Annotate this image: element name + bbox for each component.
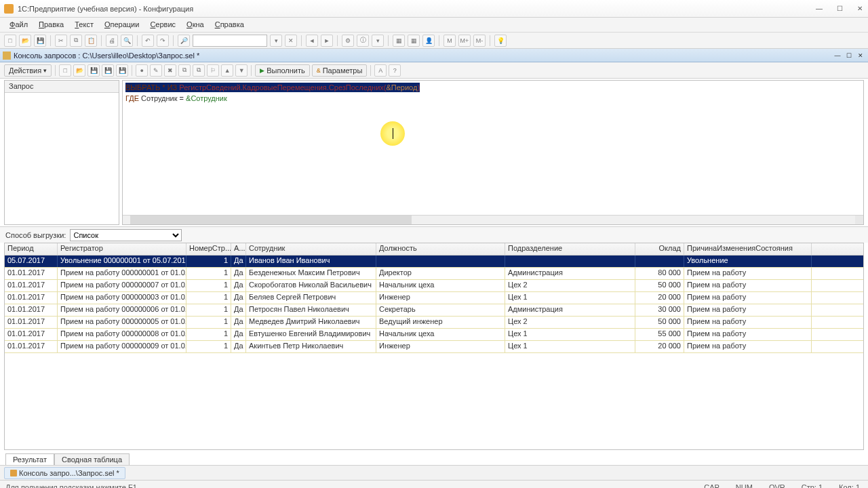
dot-icon[interactable]: ● (136, 64, 148, 77)
up-icon[interactable]: ▲ (221, 64, 233, 77)
params-button[interactable]: &Параметры (312, 64, 368, 77)
content-area: Запрос ВЫБРАТЬ * ИЗ РегистрСведений.Кадр… (0, 79, 868, 226)
task-button[interactable]: Консоль запро...\Запрос.sel * (4, 467, 125, 479)
m-icon[interactable]: M (443, 35, 456, 47)
calendar-icon[interactable]: ▦ (408, 35, 420, 47)
document-header: Консоль запросов : C:\Users\illeo\Deskto… (0, 49, 868, 62)
editor-register: РегистрСведений.КадровыеПеремещения.Срез… (177, 83, 386, 92)
mminus-icon[interactable]: M- (473, 35, 486, 47)
table-row[interactable]: 01.01.2017Прием на работу 000000008 от 0… (5, 329, 863, 341)
col-period[interactable]: Период (5, 243, 58, 255)
col-department[interactable]: Подразделение (505, 243, 635, 255)
find-icon[interactable]: 🔎 (178, 35, 190, 47)
menu-service[interactable]: Сервис (146, 19, 180, 30)
edit-icon[interactable]: ✎ (150, 64, 162, 77)
new-doc-icon[interactable]: □ (4, 35, 16, 47)
table-row[interactable]: 05.07.2017Увольнение 000000001 от 05.07.… (5, 256, 863, 268)
doc-close-button[interactable]: ✕ (856, 51, 865, 60)
table-row[interactable]: 01.01.2017Прием на работу 000000005 от 0… (5, 317, 863, 329)
saveall-icon[interactable]: 💾 (116, 64, 128, 77)
doc-title: Консоль запросов : C:\Users\illeo\Deskto… (14, 52, 833, 60)
grid-header: Период Регистратор НомерСтр... А... Сотр… (5, 243, 863, 256)
titlebar: 1С:Предприятие (учебная версия) - Конфиг… (0, 0, 868, 18)
menu-windows[interactable]: Окна (182, 19, 208, 30)
col-salary[interactable]: Оклад (635, 243, 684, 255)
print-icon[interactable]: 🖨 (106, 35, 118, 47)
info-icon[interactable]: ⓘ (357, 35, 369, 47)
table-row[interactable]: 01.01.2017Прием на работу 000000001 от 0… (5, 268, 863, 280)
status-line: Стр: 1 (799, 483, 825, 489)
down-icon[interactable]: ▼ (235, 64, 248, 77)
col-employee[interactable]: Сотрудник (246, 243, 376, 255)
output-label: Способ выгрузки: (5, 231, 66, 239)
status-num: NUM (733, 483, 755, 489)
dropdown2-icon[interactable]: ▾ (372, 35, 384, 47)
calc-icon[interactable]: ▦ (393, 35, 405, 47)
clear-icon[interactable]: ✕ (285, 35, 297, 47)
window-title: 1С:Предприятие (учебная версия) - Конфиг… (18, 5, 815, 13)
editor-scrollbar[interactable] (123, 215, 863, 224)
grid-body[interactable]: 05.07.2017Увольнение 000000001 от 05.07.… (5, 256, 863, 353)
col-position[interactable]: Должность (376, 243, 505, 255)
actions-button[interactable]: Действия▾ (4, 64, 52, 77)
open-icon[interactable]: 📂 (19, 35, 31, 47)
col-active[interactable]: А... (231, 243, 246, 255)
result-tabs: Результат Сводная таблица (0, 450, 868, 465)
format-icon[interactable]: A (374, 64, 387, 77)
copy-q-icon[interactable]: ⧉ (178, 64, 191, 77)
help-icon[interactable]: ? (389, 64, 401, 77)
minimize-button[interactable]: — (815, 5, 823, 13)
paste-q-icon[interactable]: ⧉ (193, 64, 205, 77)
delete-icon[interactable]: ✖ (164, 64, 176, 77)
col-registrar[interactable]: Регистратор (58, 243, 186, 255)
open-query-icon[interactable]: 📂 (73, 64, 85, 77)
tab-result[interactable]: Результат (5, 453, 54, 465)
statusbar: Для получения подсказки нажмите F1 CAP N… (0, 480, 868, 488)
table-row[interactable]: 01.01.2017Прием на работу 000000003 от 0… (5, 292, 863, 304)
query-tree[interactable]: Запрос (4, 80, 119, 225)
results-grid[interactable]: Период Регистратор НомерСтр... А... Сотр… (4, 243, 864, 450)
redo-icon[interactable]: ↷ (157, 35, 169, 47)
saveas-icon[interactable]: 💾 (102, 64, 114, 77)
nav-fwd-icon[interactable]: ► (321, 35, 333, 47)
maximize-button[interactable]: ☐ (835, 5, 844, 13)
user-icon[interactable]: 👤 (422, 35, 435, 47)
close-button[interactable]: ✕ (856, 5, 864, 13)
output-mode-select[interactable]: Список (70, 229, 182, 241)
editor-keyword: ВЫБРАТЬ * ИЗ (125, 83, 177, 92)
menu-edit[interactable]: Правка (35, 19, 68, 30)
menu-file[interactable]: Файл (5, 19, 32, 30)
table-row[interactable]: 01.01.2017Прием на работу 000000006 от 0… (5, 304, 863, 317)
menubar: Файл Правка Текст Операции Сервис Окна С… (0, 18, 868, 33)
search-input[interactable] (193, 35, 267, 47)
preview-icon[interactable]: 🔍 (121, 35, 133, 47)
save-query-icon[interactable]: 💾 (87, 64, 100, 77)
cut-icon[interactable]: ✂ (55, 35, 67, 47)
tab-pivot[interactable]: Сводная таблица (54, 453, 130, 465)
dropdown-icon[interactable]: ▾ (270, 35, 282, 47)
query-editor[interactable]: ВЫБРАТЬ * ИЗ РегистрСведений.КадровыеПер… (122, 80, 864, 225)
wizard-icon[interactable]: ⚐ (207, 64, 219, 77)
doc-minimize-button[interactable]: — (833, 51, 842, 60)
save-icon[interactable]: 💾 (34, 35, 46, 47)
config-icon[interactable]: ⚙ (342, 35, 354, 47)
new-query-icon[interactable]: □ (59, 64, 71, 77)
table-row[interactable]: 01.01.2017Прием на работу 000000009 от 0… (5, 341, 863, 353)
run-button[interactable]: ▶Выполнить (255, 64, 309, 77)
col-rownum[interactable]: НомерСтр... (186, 243, 231, 255)
bulb-icon[interactable]: 💡 (494, 35, 507, 47)
menu-text[interactable]: Текст (71, 19, 98, 30)
menu-operations[interactable]: Операции (100, 19, 143, 30)
mplus-icon[interactable]: M+ (458, 35, 471, 47)
task-icon (10, 470, 17, 476)
col-reason[interactable]: ПричинаИзмененияСостояния (684, 243, 812, 255)
doc-maximize-button[interactable]: ☐ (844, 51, 854, 60)
status-col: Кол: 1 (836, 483, 863, 489)
editor-param: &Период (386, 83, 417, 92)
menu-help[interactable]: Справка (211, 19, 248, 30)
nav-back-icon[interactable]: ◄ (306, 35, 318, 47)
copy-icon[interactable]: ⧉ (70, 35, 82, 47)
undo-icon[interactable]: ↶ (142, 35, 154, 47)
table-row[interactable]: 01.01.2017Прием на работу 000000007 от 0… (5, 280, 863, 292)
paste-icon[interactable]: 📋 (85, 35, 97, 47)
